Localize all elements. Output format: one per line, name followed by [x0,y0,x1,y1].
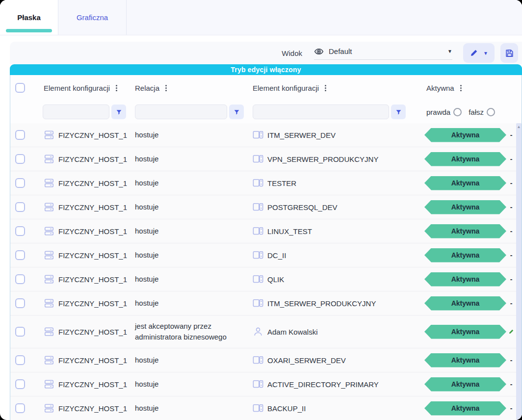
column-menu-icon[interactable] [116,85,117,91]
row-checkbox[interactable] [15,298,25,308]
row-edit-pencil-icon[interactable] [508,329,514,335]
row-source-cell: FIZYCZNY_HOST_1 [42,326,135,337]
row-source-cell: FIZYCZNY_HOST_1 [42,226,135,236]
source-name: FIZYCZNY_HOST_1 [58,251,127,260]
row-status-cell: Aktywna [415,176,508,190]
radio-false-label: fałsz [469,108,484,116]
source-name: FIZYCZNY_HOST_1 [58,404,127,413]
source-name: FIZYCZNY_HOST_1 [58,155,127,163]
row-source-cell: FIZYCZNY_HOST_1 [42,379,135,390]
row-checkbox[interactable] [15,226,25,236]
table-row[interactable]: FIZYCZNY_HOST_1 jest akceptowany przez a… [10,315,522,348]
edit-view-caret-icon[interactable]: ▼ [483,51,488,56]
row-source-cell: FIZYCZNY_HOST_1 [42,355,135,366]
table-row[interactable]: FIZYCZNY_HOST_1 hostuje VPN_SERWER_PRODU… [10,147,522,171]
row-target-cell: POSTGRESQL_DEV [253,202,415,212]
relation-text: hostuje [135,250,253,261]
filter-input-element-1[interactable] [43,105,109,119]
source-name: FIZYCZNY_HOST_1 [58,131,127,139]
header-label: Aktywna [426,84,454,92]
relation-text: hostuje [135,130,253,140]
row-target-cell: Adam Kowalski [253,326,415,337]
status-badge: Aktywna [424,248,506,262]
filter-input-element-2[interactable] [253,105,389,119]
select-all-checkbox[interactable] [15,83,25,93]
target-name: OXARI_SERWER_DEV [267,356,346,365]
server-icon [44,178,54,188]
filter-funnel-button[interactable] [111,105,126,119]
status-badge: Aktywna [424,272,506,287]
row-status-cell: Aktywna [415,224,508,238]
tab-plaska[interactable]: Płaska [0,0,58,35]
table-row[interactable]: FIZYCZNY_HOST_1 hostuje OXARI_SERWER_DEV [10,348,522,372]
relation-text: jest akceptowany przez administratora bi… [135,321,253,342]
header-label: Element konfiguracji [44,84,110,92]
funnel-icon [116,109,122,115]
filter-funnel-button[interactable] [229,105,244,119]
source-name: FIZYCZNY_HOST_1 [58,356,127,365]
trailing-dash: - [510,131,513,139]
row-source-cell: FIZYCZNY_HOST_1 [42,250,135,261]
status-badge: Aktywna [424,401,506,416]
target-name: BACKUP_II [267,404,306,413]
table-row[interactable]: FIZYCZNY_HOST_1 hostuje ITM_SERWER_DEV [10,123,522,147]
table-row[interactable]: FIZYCZNY_HOST_1 hostuje LINUX_TEST [10,219,522,243]
target-name: Adam Kowalski [267,328,318,336]
row-checkbox[interactable] [15,202,25,212]
computer-icon [253,154,263,164]
filter-funnel-button[interactable] [391,105,406,119]
radio-false[interactable] [487,108,495,116]
save-view-button[interactable] [500,43,518,63]
scrollbar-up-arrow-icon[interactable]: ▲ [516,125,522,129]
view-toolbar: Widok Default ▼ ▼ [10,42,522,64]
row-checkbox[interactable] [15,379,25,389]
table-row[interactable]: FIZYCZNY_HOST_1 hostuje POSTGRESQL_DEV [10,195,522,219]
app-window: Płaska Graficzna Widok Default ▼ [0,0,522,420]
toolbar-wrap: Widok Default ▼ ▼ [0,35,522,64]
row-status-cell: Aktywna [415,272,508,287]
column-menu-icon[interactable] [460,85,462,91]
filter-input-relacja[interactable] [135,105,227,119]
relation-text: hostuje [135,274,253,285]
column-menu-icon[interactable] [325,85,326,91]
tab-plaska-label: Płaska [17,13,41,22]
row-checkbox[interactable] [15,130,25,140]
row-checkbox[interactable] [15,154,25,164]
row-source-cell: FIZYCZNY_HOST_1 [42,274,135,285]
row-checkbox[interactable] [15,178,25,188]
pencil-icon [470,49,478,57]
person-icon [253,326,263,337]
row-checkbox[interactable] [15,274,25,284]
row-checkbox[interactable] [15,355,25,365]
row-status-cell: Aktywna [415,152,508,166]
table-row[interactable]: FIZYCZNY_HOST_1 hostuje ITM_SERWER_PRODU… [10,291,522,315]
table-row[interactable]: FIZYCZNY_HOST_1 hostuje QLIK Aktyw [10,267,522,291]
row-checkbox[interactable] [15,327,25,337]
table-row[interactable]: FIZYCZNY_HOST_1 hostuje TESTER Akt [10,171,522,195]
row-checkbox-cell [10,226,42,236]
view-select-dropdown[interactable]: Default ▼ [314,47,452,60]
target-name: TESTER [267,179,296,187]
row-status-cell: Aktywna [415,296,508,311]
table-row[interactable]: FIZYCZNY_HOST_1 hostuje ACTIVE_DIRECTORY… [10,372,522,396]
computer-icon [253,298,263,309]
server-icon [44,250,54,261]
row-checkbox[interactable] [15,403,25,413]
save-icon [505,49,514,58]
row-checkbox[interactable] [15,250,25,260]
tab-graficzna[interactable]: Graficzna [58,0,127,35]
status-badge: Aktywna [424,377,506,392]
filter-aktywna-radios: prawda fałsz [415,108,508,116]
row-status-cell: Aktywna [415,377,508,392]
header-relacja: Relacja [135,84,253,92]
vertical-scrollbar[interactable]: ▲ [516,123,522,420]
column-menu-icon[interactable] [165,85,167,91]
funnel-icon [234,109,240,115]
relation-text: hostuje [135,226,253,236]
table-row[interactable]: FIZYCZNY_HOST_1 hostuje DC_II Akty [10,243,522,267]
table-row[interactable]: FIZYCZNY_HOST_1 hostuje BACKUP_II [10,396,522,420]
edit-view-split-button[interactable]: ▼ [463,43,495,63]
row-checkbox-cell [10,154,42,164]
computer-icon [253,379,263,390]
radio-true[interactable] [453,108,462,116]
